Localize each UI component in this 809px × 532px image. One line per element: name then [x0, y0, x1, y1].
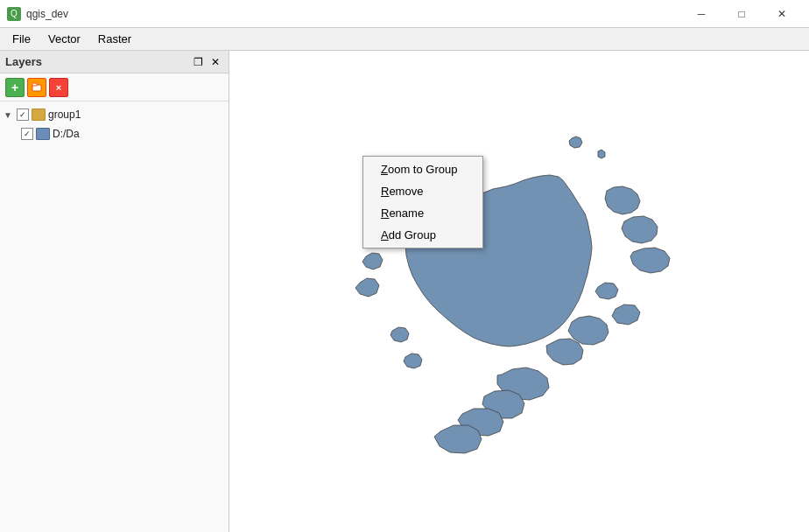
- context-menu: Zoom to Group Remove Rename Add Group: [362, 156, 483, 248]
- map-svg: [229, 51, 809, 532]
- remove-layer-button[interactable]: ×: [49, 78, 68, 97]
- window-title: qgis_dev: [26, 8, 68, 20]
- group-checkbox[interactable]: [17, 108, 29, 121]
- map-area[interactable]: Zoom to Group Remove Rename Add Group: [229, 51, 809, 532]
- main-layout: Layers ❐ ✕ + × ▼ group1: [0, 51, 809, 532]
- layers-restore-button[interactable]: ❐: [190, 54, 206, 70]
- app-icon: Q: [7, 7, 21, 21]
- menu-vector[interactable]: Vector: [39, 31, 89, 47]
- group-label: group1: [48, 108, 81, 121]
- title-bar-left: Q qgis_dev: [7, 7, 68, 21]
- layer-label: D:/Da: [53, 128, 80, 140]
- close-button[interactable]: ✕: [762, 0, 802, 28]
- menu-file[interactable]: File: [4, 31, 39, 47]
- menu-raster[interactable]: Raster: [89, 31, 140, 47]
- add-layer-button[interactable]: +: [5, 78, 25, 97]
- layers-title: Layers: [5, 55, 42, 68]
- layer-row[interactable]: D:/Da: [0, 124, 229, 144]
- expand-arrow-icon: ▼: [4, 110, 14, 120]
- rename-label: Rename: [381, 206, 424, 220]
- layers-header: Layers ❐ ✕: [0, 51, 229, 74]
- svg-rect-1: [32, 83, 37, 86]
- context-menu-zoom-to-group[interactable]: Zoom to Group: [363, 158, 482, 180]
- group-folder-icon: [32, 108, 46, 121]
- window-controls: ─ □ ✕: [681, 0, 802, 28]
- title-bar: Q qgis_dev ─ □ ✕: [0, 0, 809, 28]
- layer-icon: [36, 128, 50, 140]
- minimize-button[interactable]: ─: [681, 0, 721, 28]
- group-row[interactable]: ▼ group1: [0, 105, 229, 124]
- context-menu-remove[interactable]: Remove: [363, 180, 482, 202]
- zoom-to-group-label: Zoom to Group: [381, 163, 457, 176]
- layers-header-buttons: ❐ ✕: [190, 54, 223, 70]
- maximize-button[interactable]: □: [721, 0, 762, 28]
- layers-tree: ▼ group1 D:/Da: [0, 102, 229, 532]
- layers-close-button[interactable]: ✕: [208, 54, 223, 70]
- context-menu-add-group[interactable]: Add Group: [363, 224, 482, 246]
- layers-panel: Layers ❐ ✕ + × ▼ group1: [0, 51, 229, 532]
- layers-toolbar: + ×: [0, 74, 229, 102]
- open-layer-button[interactable]: [27, 78, 46, 97]
- add-group-label: Add Group: [381, 228, 436, 242]
- context-menu-rename[interactable]: Rename: [363, 202, 482, 224]
- remove-label: Remove: [381, 185, 423, 198]
- layer-checkbox[interactable]: [21, 128, 33, 140]
- open-layer-icon: [32, 82, 42, 93]
- menu-bar: File Vector Raster: [0, 28, 809, 51]
